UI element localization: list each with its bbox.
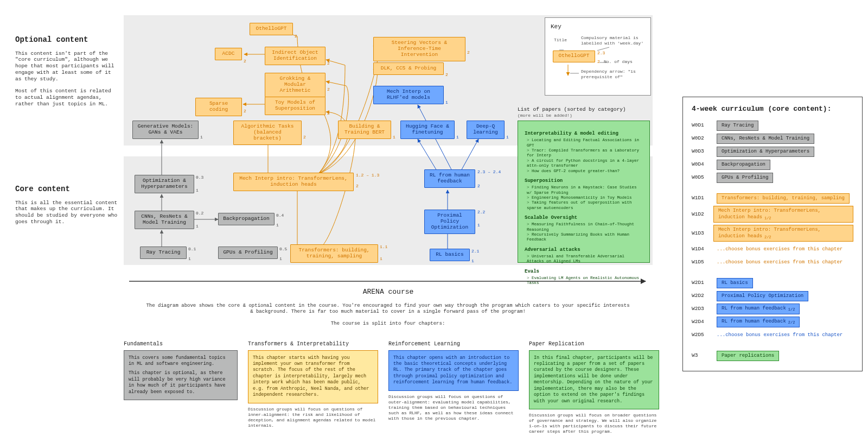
days: 1: [380, 256, 382, 262]
paper-category: Evals: [525, 269, 643, 275]
node-ppo: Proximal Policy Optimization: [424, 210, 475, 234]
ch-title: Reinforcement Learning: [388, 341, 519, 348]
optional-title: Optional content: [15, 35, 118, 45]
node-gpus: GPUs & Profiling: [218, 247, 278, 259]
week-label: W2D2: [692, 293, 710, 299]
curriculum-pill: RL from human feedback1/2: [717, 304, 800, 314]
key-arrow-note: Dependency arrow: "is prerequisite of": [581, 69, 652, 80]
days: 2: [327, 87, 330, 92]
ch-title: Paper Replication: [529, 341, 659, 348]
paper-item: Taking features out of superposition wit…: [527, 200, 643, 211]
node-dlk: DLK, CCS & Probing: [373, 62, 444, 75]
days: 1: [456, 135, 459, 140]
curriculum-ghost: ...choose bonus exercises from this chap…: [717, 332, 843, 338]
curriculum-row: W0D1Ray Tracing: [692, 120, 853, 131]
chapter-paper: Paper Replication In this final chapter,…: [529, 341, 659, 434]
node-genmodels: Generative Models: GANs & VAEs: [132, 121, 199, 139]
node-sparse: Sparse coding: [195, 98, 242, 116]
lbl: Ray Tracing: [146, 250, 181, 256]
lbl: Mech Interp on RLHF'ed models: [378, 89, 439, 101]
node-grokking: Grokking & Modular Arithmetic: [265, 73, 326, 97]
chapter-transformers: Transformers & Interpretability This cha…: [248, 341, 378, 428]
lbl: Optimization & Hyperparameters: [139, 178, 189, 190]
week-label: W1D3: [692, 230, 707, 237]
paper-category: Interpretability & model editing: [525, 131, 643, 137]
curriculum-pill: CNNs, ResNets & Model Training: [717, 134, 814, 144]
week-label: W2D4: [692, 319, 710, 325]
days: 2: [445, 72, 448, 78]
lbl: RL from human feedback: [429, 173, 470, 185]
days: 1: [276, 223, 279, 228]
curriculum-row: W2D2Proximal Policy Optimization: [692, 290, 853, 301]
paper-item: Evaluating LM Agents on Realistic Autono…: [527, 276, 643, 286]
node-algotasks: Algorithmic Tasks (balanced brackets): [233, 121, 302, 145]
week-label: W1D1: [692, 195, 710, 201]
lbl: DLK, CCS & Probing: [381, 66, 437, 72]
ch-body: This covers some fundamental topics in M…: [129, 355, 233, 368]
curriculum-pill: Mech Interp intro: TransformerLens, indu…: [713, 225, 853, 242]
days: 2: [244, 109, 246, 114]
days: 2: [303, 135, 306, 140]
days: 1: [188, 256, 191, 262]
curriculum-ghost: ...choose bonus exercises from this chap…: [717, 260, 843, 266]
paper-item: Universal and Transferable Adversarial A…: [527, 254, 643, 264]
optional-para2: Most of this content is related to actua…: [15, 88, 118, 108]
curriculum-pill: GPUs & Profiling: [717, 173, 773, 183]
optional-para1: This content isn't part of the "core cur…: [15, 50, 118, 83]
node-deepq: Deep-Q learning: [467, 121, 505, 139]
lbl: Proximal Policy Optimization: [429, 213, 470, 231]
lbl: Mech Interp intro: TransformerLens, indu…: [238, 176, 349, 188]
curriculum-row: W1D4...choose bonus exercises from this …: [692, 244, 853, 255]
curriculum-pill: Paper replications: [717, 351, 779, 361]
core-title: Core content: [15, 185, 118, 194]
lbl: ACDC: [222, 51, 235, 57]
lbl: OthelloGPT: [558, 53, 589, 59]
days: 2: [244, 59, 246, 64]
lbl: GPUs & Profiling: [223, 250, 272, 256]
week-label: W0D3: [692, 148, 710, 155]
days: 1: [279, 256, 282, 262]
week-label: W2D5: [692, 332, 710, 338]
paper-category: Adversarial attacks: [525, 247, 643, 253]
days: 1: [393, 135, 395, 140]
lbl: Generative Models: GANs & VAEs: [137, 124, 194, 136]
curriculum-rows: W0D1Ray TracingW0D2CNNs, ResNets & Model…: [692, 120, 853, 361]
lbl: Toy Models of Superposition: [270, 100, 321, 112]
paper-item: Measuring Faithfulness in Chain-of-Thoug…: [527, 222, 643, 232]
lbl: Hugging Face & finetuning: [405, 124, 450, 136]
days: 1: [445, 100, 448, 105]
lbl: Transformers: building, training, sampli…: [295, 248, 373, 260]
week-label: W1D4: [692, 246, 710, 252]
paper-item: Locating and Editing Factual Association…: [527, 138, 643, 148]
curriculum-row: W1D5...choose bonus exercises from this …: [692, 257, 853, 268]
ch-body: This chapter starts with having you impl…: [253, 355, 373, 399]
curriculum-row: W1D1Transformers: building, training, sa…: [692, 193, 853, 204]
paper-item: Finding Neurons in a Haystack: Case Stud…: [527, 185, 643, 195]
ch-body: This chapter opens with an introduction …: [393, 355, 514, 386]
lbl: CNNs, ResNets & Model Training: [139, 214, 189, 226]
idx: 0.4: [276, 213, 284, 218]
week-label: W1D5: [692, 259, 710, 266]
week-label: W0D1: [692, 122, 710, 129]
curriculum-pill: Ray Tracing: [717, 121, 758, 131]
idx: 0.1: [188, 247, 196, 252]
idx: 2.1: [471, 249, 479, 254]
key-compulsory: Compulsory material is labelled with 'we…: [581, 35, 652, 46]
days: 2: [356, 184, 359, 189]
intro-line1: The diagram above shows the core & optio…: [144, 303, 632, 315]
week-label: W0D2: [692, 135, 710, 142]
node-opthyp: Optimization & Hyperparameters: [135, 175, 194, 193]
node-ray: Ray Tracing: [140, 247, 187, 259]
curriculum-pill: Mech Interp intro: TransformerLens, indu…: [713, 206, 853, 223]
ch-body2: This chapter is optional, as there will …: [129, 370, 233, 395]
curriculum-title: 4-week curriculum (core content):: [692, 105, 853, 113]
curriculum-row: W2D4RL from human feedback2/2: [692, 317, 853, 327]
lbl: Building & Training BERT: [343, 124, 386, 136]
lbl: RL basics: [436, 252, 463, 258]
core-para: This is all the essential content that m…: [15, 200, 118, 226]
week-label: W2D1: [692, 280, 710, 286]
lbl: OthelloGPT: [256, 26, 286, 32]
paper-item: Engineering Monosemanticity in Toy Model…: [527, 195, 643, 200]
lbl: Deep-Q learning: [471, 124, 500, 136]
week-label: W0D4: [692, 161, 710, 168]
